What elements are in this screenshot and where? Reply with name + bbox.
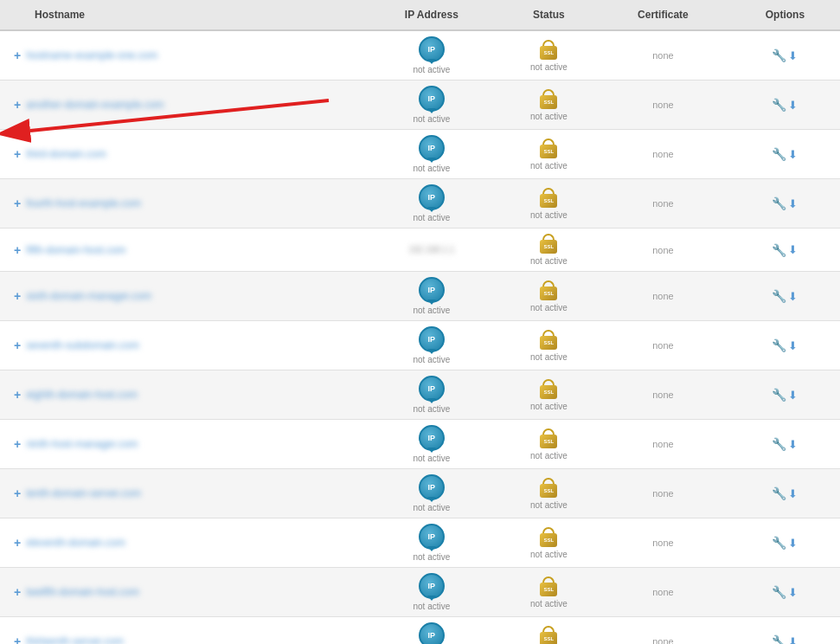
wrench-icon-13[interactable]: 🔧 — [772, 634, 786, 644]
wrench-icon-2[interactable]: 🔧 — [772, 98, 786, 112]
download-icon-9[interactable]: ⬇ — [788, 438, 798, 451]
hostname-text-8[interactable]: eighth-domain-host.com — [26, 389, 138, 401]
status-cell-4: SSLnot active — [502, 179, 596, 229]
ip-icon-1[interactable]: IP — [419, 36, 445, 62]
hostname-text-2[interactable]: another-domain-example.com — [26, 99, 164, 111]
ip-icon-10[interactable]: IP — [419, 474, 445, 500]
wrench-icon-4[interactable]: 🔧 — [772, 196, 786, 210]
ssl-lock-icon-4[interactable]: SSL — [540, 188, 557, 208]
download-icon-3[interactable]: ⬇ — [788, 148, 798, 161]
hostname-text-7[interactable]: seventh-subdomain.com — [26, 339, 139, 351]
ssl-lock-icon-3[interactable]: SSL — [540, 138, 557, 158]
expand-plus-1[interactable]: + — [14, 48, 21, 62]
ssl-lock-icon-11[interactable]: SSL — [540, 527, 557, 547]
wrench-icon-8[interactable]: 🔧 — [772, 388, 786, 402]
ip-icon-2[interactable]: IP — [419, 86, 445, 112]
ssl-lock-icon-8[interactable]: SSL — [540, 379, 557, 399]
download-icon-5[interactable]: ⬇ — [788, 243, 798, 256]
download-icon-6[interactable]: ⬇ — [788, 290, 798, 303]
status-cell-13: SSLnot active — [502, 617, 596, 645]
ssl-lock-icon-7[interactable]: SSL — [540, 330, 557, 350]
hostname-text-12[interactable]: twelfth-domain-host.com — [26, 586, 139, 598]
certificate-header: Certificate — [596, 0, 730, 30]
wrench-icon-12[interactable]: 🔧 — [772, 585, 786, 599]
hostname-cell-9: +ninth-host-manager.com — [0, 420, 362, 469]
wrench-icon-9[interactable]: 🔧 — [772, 437, 786, 451]
hostname-text-13[interactable]: thirteenth-server.com — [26, 635, 124, 644]
hostname-text-11[interactable]: eleventh-domain.com — [26, 537, 125, 549]
table-row: +sixth-domain-manager.comIPnot activeSSL… — [0, 272, 840, 321]
expand-plus-5[interactable]: + — [14, 243, 21, 257]
hostname-text-6[interactable]: sixth-domain-manager.com — [26, 290, 151, 302]
ip-icon-8[interactable]: IP — [419, 376, 445, 402]
hostname-text-10[interactable]: tenth-domain-server.com — [26, 487, 141, 499]
status-cell-9: SSLnot active — [502, 420, 596, 469]
hostname-text-1[interactable]: hostname-example-one.com — [26, 49, 157, 61]
ssl-not-active-2: not active — [530, 112, 567, 121]
download-icon-10[interactable]: ⬇ — [788, 487, 798, 500]
hostname-text-4[interactable]: fourth-host-example.com — [26, 197, 141, 209]
hostname-text-9[interactable]: ninth-host-manager.com — [26, 438, 138, 450]
expand-plus-11[interactable]: + — [14, 536, 21, 550]
expand-plus-10[interactable]: + — [14, 486, 21, 500]
ssl-lock-icon-9[interactable]: SSL — [540, 428, 557, 448]
ip-not-active-12: not active — [413, 602, 450, 611]
certificate-cell-3: none — [596, 130, 730, 179]
ip-icon-12[interactable]: IP — [419, 573, 445, 599]
ip-icon-4[interactable]: IP — [419, 184, 445, 210]
ip-icon-13[interactable]: IP — [419, 622, 445, 644]
expand-plus-4[interactable]: + — [14, 196, 21, 210]
wrench-icon-3[interactable]: 🔧 — [772, 147, 786, 161]
wrench-icon-6[interactable]: 🔧 — [772, 289, 786, 303]
expand-plus-12[interactable]: + — [14, 585, 21, 599]
ssl-lock-icon-1[interactable]: SSL — [540, 40, 557, 60]
options-cell-5: 🔧⬇ — [730, 229, 840, 272]
certificate-value-3: none — [652, 149, 673, 159]
ip-icon-6[interactable]: IP — [419, 277, 445, 303]
ssl-lock-icon-6[interactable]: SSL — [540, 280, 557, 300]
wrench-icon-5[interactable]: 🔧 — [772, 243, 786, 257]
certificate-value-7: none — [652, 340, 673, 351]
ip-not-active-9: not active — [413, 454, 450, 463]
download-icon-2[interactable]: ⬇ — [788, 99, 798, 112]
expand-plus-6[interactable]: + — [14, 289, 21, 303]
download-icon-13[interactable]: ⬇ — [788, 635, 798, 645]
ssl-lock-icon-2[interactable]: SSL — [540, 89, 557, 109]
ip-icon-11[interactable]: IP — [419, 524, 445, 550]
expand-plus-9[interactable]: + — [14, 437, 21, 451]
expand-plus-8[interactable]: + — [14, 388, 21, 402]
ip-not-active-4: not active — [413, 213, 450, 222]
wrench-icon-1[interactable]: 🔧 — [772, 48, 786, 62]
download-icon-1[interactable]: ⬇ — [788, 49, 798, 62]
ip-icon-7[interactable]: IP — [419, 326, 445, 352]
ip-icon-3[interactable]: IP — [419, 135, 445, 161]
ip-icon-9[interactable]: IP — [419, 425, 445, 451]
wrench-icon-7[interactable]: 🔧 — [772, 338, 786, 352]
ssl-lock-icon-12[interactable]: SSL — [540, 576, 557, 596]
hostname-text-5[interactable]: fifth-domain-host.com — [26, 244, 125, 256]
hostname-text-3[interactable]: third-domain.com — [26, 148, 106, 160]
download-icon-11[interactable]: ⬇ — [788, 537, 798, 550]
options-cell-12: 🔧⬇ — [730, 568, 840, 617]
ssl-lock-icon-5[interactable]: SSL — [540, 234, 557, 254]
table-row: +thirteenth-server.comIPnot activeSSLnot… — [0, 617, 840, 645]
expand-plus-7[interactable]: + — [14, 338, 21, 352]
hostname-cell-6: +sixth-domain-manager.com — [0, 272, 362, 321]
options-cell-13: 🔧⬇ — [730, 617, 840, 645]
ssl-lock-icon-13[interactable]: SSL — [540, 626, 557, 645]
status-cell-11: SSLnot active — [502, 518, 596, 568]
expand-plus-3[interactable]: + — [14, 147, 21, 161]
certificate-value-1: none — [652, 50, 673, 61]
download-icon-7[interactable]: ⬇ — [788, 339, 798, 352]
options-cell-11: 🔧⬇ — [730, 518, 840, 568]
certificate-value-12: none — [652, 587, 673, 597]
download-icon-8[interactable]: ⬇ — [788, 389, 798, 402]
download-icon-4[interactable]: ⬇ — [788, 197, 798, 210]
ssl-lock-icon-10[interactable]: SSL — [540, 478, 557, 498]
certificate-value-11: none — [652, 538, 673, 548]
expand-plus-13[interactable]: + — [14, 634, 21, 644]
wrench-icon-10[interactable]: 🔧 — [772, 486, 786, 500]
wrench-icon-11[interactable]: 🔧 — [772, 536, 786, 550]
expand-plus-2[interactable]: + — [14, 98, 21, 112]
download-icon-12[interactable]: ⬇ — [788, 586, 798, 599]
